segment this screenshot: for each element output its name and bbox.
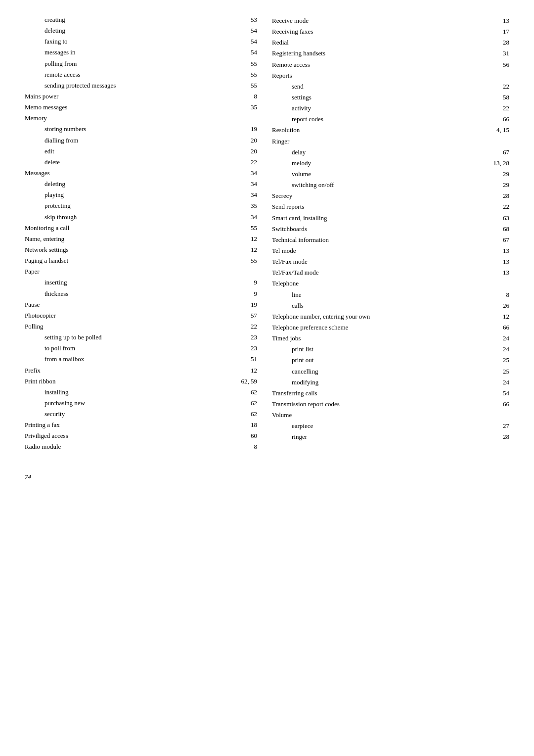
index-page: 29 [480,180,509,190]
list-item: security62 [25,409,257,419]
index-term: Telephone preference scheme [272,323,480,332]
index-page: 62 [227,387,257,397]
list-item: Print ribbon62, 59 [25,377,257,386]
index-page: 53 [227,15,257,25]
list-item: Messages34 [25,168,257,178]
index-term: print list [292,344,480,354]
list-item: remote access55 [25,70,257,80]
index-term: Name, entering [25,234,227,244]
index-page: 9 [227,289,257,299]
list-item: Name, entering12 [25,234,257,244]
index-term: report codes [292,114,480,124]
list-item: Resolution4, 15 [272,125,509,135]
index-term: Remote access [272,60,480,70]
index-term: playing [44,190,227,200]
index-term: Memo messages [25,102,227,112]
list-item: Tel/Fax/Tad mode13 [272,268,509,278]
list-item: Reports [272,71,509,81]
index-term: Monitoring a call [25,223,227,233]
list-item: calls26 [272,301,509,311]
index-term: inserting [44,278,227,287]
index-page: 60 [227,431,257,441]
list-item: thickness9 [25,289,257,299]
list-item: earpiece27 [272,421,509,431]
index-page: 55 [227,70,257,80]
list-item: Tel/Fax mode13 [272,257,509,267]
index-term: Secrecy [272,191,480,201]
list-item: Monitoring a call55 [25,223,257,233]
list-item: Paging a handset55 [25,256,257,266]
index-term: remote access [44,70,227,80]
index-term: installing [44,387,227,397]
list-item: Timed jobs24 [272,333,509,343]
index-term: Smart card, installing [272,213,480,223]
list-item: Printing a fax18 [25,420,257,430]
index-term: Priviliged access [25,431,227,441]
list-item: cancelling25 [272,367,509,377]
index-page: 25 [480,367,509,377]
index-page: 13 [480,246,509,256]
index-page: 28 [480,191,509,201]
index-term: purchasing new [44,398,227,408]
index-page: 23 [227,343,257,353]
index-term: to poll from [44,343,227,353]
index-page: 13, 28 [480,158,509,168]
list-item: print list24 [272,344,509,354]
list-item: Volume [272,410,509,420]
list-item: Telephone preference scheme66 [272,323,509,332]
index-term: faxing to [44,37,227,47]
list-item: Transferring calls54 [272,388,509,398]
index-page: 25 [480,355,509,365]
list-item: Remote access56 [272,60,509,70]
list-item: to poll from23 [25,343,257,353]
index-page: 20 [227,146,257,156]
list-item: delay67 [272,147,509,157]
list-item: sending protected messages55 [25,81,257,91]
list-item: storing numbers19 [25,124,257,134]
index-page: 54 [227,26,257,36]
index-term: creating [44,15,227,25]
index-page: 18 [227,420,257,430]
list-item: Polling22 [25,322,257,331]
list-item: messages in54 [25,47,257,57]
index-page: 8 [227,92,257,101]
index-page: 13 [480,257,509,267]
index-term: skip through [44,212,227,222]
index-page: 67 [480,147,509,157]
list-item: deleting54 [25,26,257,36]
index-term: setting up to be polled [44,332,227,342]
list-item: polling from55 [25,59,257,69]
index-page: 22 [480,103,509,113]
index-term: delete [44,157,227,167]
index-page: 34 [227,168,257,178]
index-page: 19 [227,300,257,310]
index-page: 29 [480,169,509,179]
list-item: volume29 [272,169,509,179]
index-page: 8 [480,290,509,300]
index-term: Network settings [25,245,227,255]
index-page: 31 [480,48,509,58]
index-term: Ringer [272,137,480,146]
index-page: 12 [227,234,257,244]
list-item: settings58 [272,93,509,102]
list-item: Secrecy28 [272,191,509,201]
index-term: thickness [44,289,227,299]
list-item: ringer28 [272,432,509,442]
index-page: 19 [227,124,257,134]
index-term: Telephone [272,279,480,288]
list-item: modifying24 [272,378,509,387]
list-item: Receive mode13 [272,16,509,26]
index-term: Redial [272,38,480,47]
list-item: protecting35 [25,201,257,211]
index-page: 24 [480,344,509,354]
list-item: Network settings12 [25,245,257,255]
index-term: messages in [44,47,227,57]
index-page: 9 [227,278,257,287]
list-item: dialling from20 [25,136,257,145]
index-page: 58 [480,93,509,102]
index-term: Receiving faxes [272,27,480,37]
index-term: Transmission report codes [272,399,480,409]
index-page: 23 [227,332,257,342]
index-term: Pause [25,300,227,310]
index-page: 12 [227,245,257,255]
